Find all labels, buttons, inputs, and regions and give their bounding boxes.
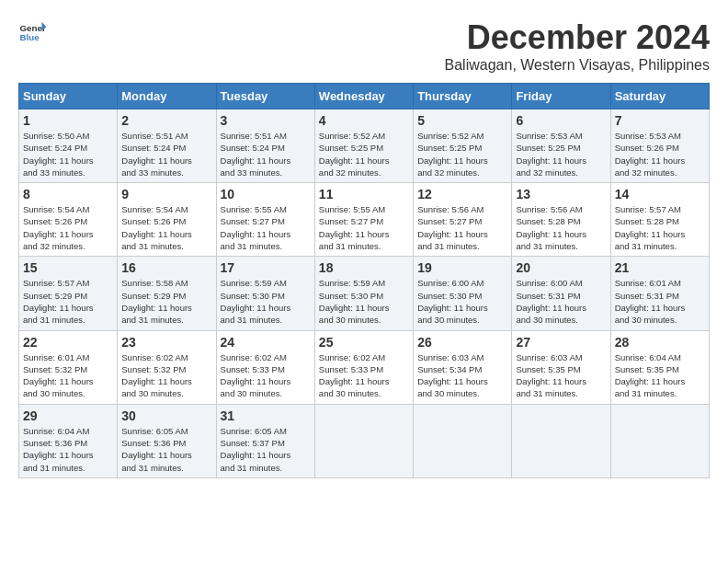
day-number: 29 (23, 408, 113, 423)
calendar-cell: 3Sunrise: 5:51 AM Sunset: 5:24 PM Daylig… (216, 109, 314, 183)
day-info: Sunrise: 5:59 AM Sunset: 5:30 PM Dayligh… (319, 277, 409, 326)
day-info: Sunrise: 5:55 AM Sunset: 5:27 PM Dayligh… (221, 203, 311, 252)
day-number: 9 (121, 187, 211, 201)
day-info: Sunrise: 5:50 AM Sunset: 5:24 PM Dayligh… (23, 130, 113, 178)
day-number: 2 (121, 113, 211, 128)
calendar-cell: 16Sunrise: 5:58 AM Sunset: 5:29 PM Dayli… (118, 257, 216, 330)
calendar-cell: 19Sunrise: 6:00 AM Sunset: 5:30 PM Dayli… (414, 257, 512, 330)
day-number: 24 (221, 335, 311, 350)
day-info: Sunrise: 6:02 AM Sunset: 5:33 PM Dayligh… (319, 351, 409, 400)
calendar-cell: 21Sunrise: 6:01 AM Sunset: 5:31 PM Dayli… (610, 257, 709, 330)
day-number: 7 (615, 113, 705, 128)
day-number: 14 (615, 187, 705, 201)
calendar-cell: 28Sunrise: 6:04 AM Sunset: 5:35 PM Dayli… (610, 330, 709, 404)
day-info: Sunrise: 5:54 AM Sunset: 5:26 PM Dayligh… (121, 203, 211, 252)
col-saturday: Saturday (610, 84, 709, 109)
calendar-cell (314, 404, 413, 477)
calendar-cell: 5Sunrise: 5:52 AM Sunset: 5:25 PM Daylig… (414, 109, 512, 183)
calendar-cell: 18Sunrise: 5:59 AM Sunset: 5:30 PM Dayli… (314, 257, 413, 330)
svg-text:Blue: Blue (20, 32, 40, 42)
day-info: Sunrise: 6:02 AM Sunset: 5:33 PM Dayligh… (221, 351, 311, 400)
month-year: December 2024 (445, 18, 710, 57)
day-info: Sunrise: 5:53 AM Sunset: 5:26 PM Dayligh… (615, 130, 705, 178)
calendar-cell: 11Sunrise: 5:55 AM Sunset: 5:27 PM Dayli… (314, 183, 413, 257)
day-number: 15 (23, 260, 113, 275)
day-info: Sunrise: 5:58 AM Sunset: 5:29 PM Dayligh… (121, 277, 211, 326)
day-number: 26 (417, 335, 507, 350)
day-info: Sunrise: 6:01 AM Sunset: 5:31 PM Dayligh… (615, 277, 705, 326)
col-friday: Friday (512, 84, 610, 109)
calendar-row: 1Sunrise: 5:50 AM Sunset: 5:24 PM Daylig… (19, 109, 710, 183)
day-number: 6 (516, 113, 606, 128)
day-info: Sunrise: 5:56 AM Sunset: 5:28 PM Dayligh… (516, 203, 606, 252)
day-info: Sunrise: 6:03 AM Sunset: 5:35 PM Dayligh… (516, 351, 606, 400)
calendar-cell: 4Sunrise: 5:52 AM Sunset: 5:25 PM Daylig… (314, 109, 413, 183)
calendar-table: Sunday Monday Tuesday Wednesday Thursday… (18, 83, 710, 478)
day-info: Sunrise: 5:53 AM Sunset: 5:25 PM Dayligh… (516, 130, 606, 178)
day-info: Sunrise: 5:52 AM Sunset: 5:25 PM Dayligh… (417, 130, 507, 178)
day-info: Sunrise: 6:04 AM Sunset: 5:36 PM Dayligh… (23, 425, 113, 474)
day-info: Sunrise: 6:00 AM Sunset: 5:31 PM Dayligh… (516, 277, 606, 326)
calendar-cell: 6Sunrise: 5:53 AM Sunset: 5:25 PM Daylig… (512, 109, 610, 183)
calendar-cell: 27Sunrise: 6:03 AM Sunset: 5:35 PM Dayli… (512, 330, 610, 404)
day-number: 8 (23, 187, 113, 201)
calendar-cell: 25Sunrise: 6:02 AM Sunset: 5:33 PM Dayli… (314, 330, 413, 404)
day-info: Sunrise: 6:04 AM Sunset: 5:35 PM Dayligh… (615, 351, 705, 400)
day-info: Sunrise: 5:56 AM Sunset: 5:27 PM Dayligh… (417, 203, 507, 252)
calendar-row: 29Sunrise: 6:04 AM Sunset: 5:36 PM Dayli… (19, 404, 710, 477)
day-info: Sunrise: 6:03 AM Sunset: 5:34 PM Dayligh… (417, 351, 507, 400)
day-info: Sunrise: 5:57 AM Sunset: 5:29 PM Dayligh… (23, 277, 113, 326)
calendar-cell: 8Sunrise: 5:54 AM Sunset: 5:26 PM Daylig… (19, 183, 118, 257)
calendar-cell (414, 404, 512, 477)
logo-icon: General Blue (18, 18, 46, 46)
day-number: 13 (516, 187, 606, 201)
day-number: 23 (121, 335, 211, 350)
day-info: Sunrise: 6:00 AM Sunset: 5:30 PM Dayligh… (417, 277, 507, 326)
calendar-cell: 15Sunrise: 5:57 AM Sunset: 5:29 PM Dayli… (19, 257, 118, 330)
location: Baliwagan, Western Visayas, Philippines (445, 57, 710, 74)
day-info: Sunrise: 5:59 AM Sunset: 5:30 PM Dayligh… (221, 277, 311, 326)
col-wednesday: Wednesday (314, 84, 413, 109)
calendar-row: 8Sunrise: 5:54 AM Sunset: 5:26 PM Daylig… (19, 183, 710, 257)
day-number: 3 (221, 113, 311, 128)
calendar-cell: 10Sunrise: 5:55 AM Sunset: 5:27 PM Dayli… (216, 183, 314, 257)
calendar-cell (610, 404, 709, 477)
calendar-cell: 29Sunrise: 6:04 AM Sunset: 5:36 PM Dayli… (19, 404, 118, 477)
day-number: 28 (615, 335, 705, 350)
day-number: 12 (417, 187, 507, 201)
day-info: Sunrise: 5:51 AM Sunset: 5:24 PM Dayligh… (221, 130, 311, 178)
calendar-cell (512, 404, 610, 477)
page-header: General Blue December 2024 Baliwagan, We… (18, 18, 710, 74)
day-number: 25 (319, 335, 409, 350)
calendar-cell: 24Sunrise: 6:02 AM Sunset: 5:33 PM Dayli… (216, 330, 314, 404)
day-number: 30 (121, 408, 211, 423)
calendar-cell: 14Sunrise: 5:57 AM Sunset: 5:28 PM Dayli… (610, 183, 709, 257)
day-number: 21 (615, 260, 705, 275)
day-number: 4 (319, 113, 409, 128)
day-number: 10 (221, 187, 311, 201)
calendar-cell: 26Sunrise: 6:03 AM Sunset: 5:34 PM Dayli… (414, 330, 512, 404)
day-number: 17 (221, 260, 311, 275)
calendar-cell: 12Sunrise: 5:56 AM Sunset: 5:27 PM Dayli… (414, 183, 512, 257)
day-number: 20 (516, 260, 606, 275)
calendar-row: 15Sunrise: 5:57 AM Sunset: 5:29 PM Dayli… (19, 257, 710, 330)
day-info: Sunrise: 6:05 AM Sunset: 5:37 PM Dayligh… (221, 425, 311, 474)
title-section: December 2024 Baliwagan, Western Visayas… (445, 18, 710, 74)
calendar-cell: 22Sunrise: 6:01 AM Sunset: 5:32 PM Dayli… (19, 330, 118, 404)
day-number: 16 (121, 260, 211, 275)
calendar-cell: 20Sunrise: 6:00 AM Sunset: 5:31 PM Dayli… (512, 257, 610, 330)
calendar-cell: 1Sunrise: 5:50 AM Sunset: 5:24 PM Daylig… (19, 109, 118, 183)
col-tuesday: Tuesday (216, 84, 314, 109)
day-number: 27 (516, 335, 606, 350)
day-number: 11 (319, 187, 409, 201)
calendar-cell: 13Sunrise: 5:56 AM Sunset: 5:28 PM Dayli… (512, 183, 610, 257)
calendar-cell: 17Sunrise: 5:59 AM Sunset: 5:30 PM Dayli… (216, 257, 314, 330)
day-number: 31 (221, 408, 311, 423)
day-number: 5 (417, 113, 507, 128)
logo: General Blue (18, 18, 46, 46)
day-info: Sunrise: 5:51 AM Sunset: 5:24 PM Dayligh… (121, 130, 211, 178)
day-number: 22 (23, 335, 113, 350)
col-thursday: Thursday (414, 84, 512, 109)
day-info: Sunrise: 6:02 AM Sunset: 5:32 PM Dayligh… (121, 351, 211, 400)
day-info: Sunrise: 5:54 AM Sunset: 5:26 PM Dayligh… (23, 203, 113, 252)
